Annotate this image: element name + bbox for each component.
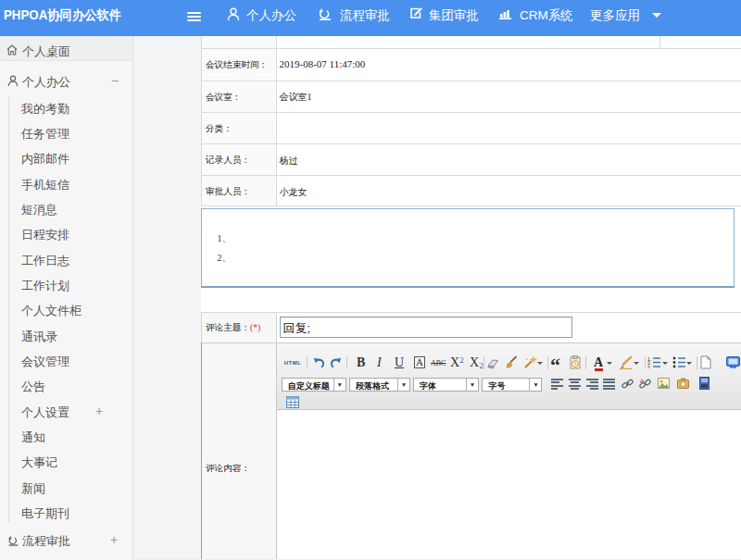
svg-text:3.: 3. [647, 365, 651, 369]
